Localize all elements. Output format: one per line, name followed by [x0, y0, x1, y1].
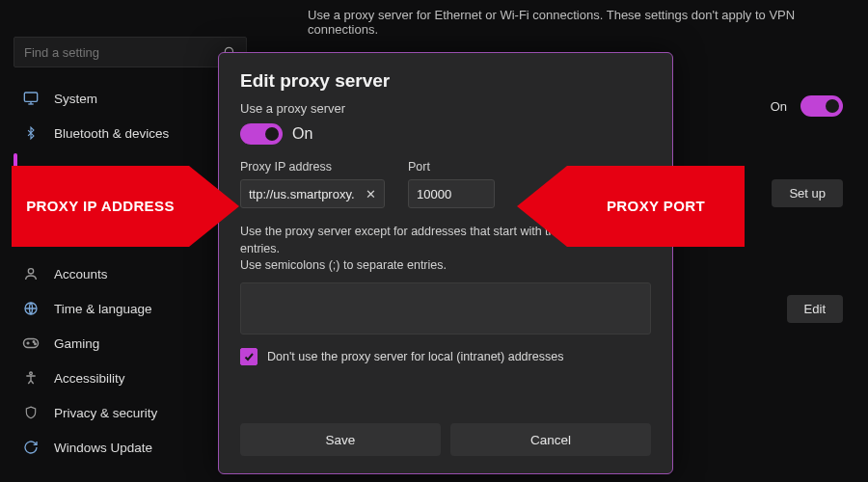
- arrow-right-icon: [189, 166, 239, 247]
- on-label: On: [771, 99, 787, 114]
- cancel-button[interactable]: Cancel: [450, 423, 651, 456]
- sidebar-item-time-language[interactable]: Time & language: [14, 291, 247, 326]
- svg-rect-2: [24, 93, 37, 101]
- arrow-left-icon: [517, 166, 567, 247]
- system-icon: [21, 89, 41, 108]
- save-button[interactable]: Save: [240, 423, 441, 456]
- auto-proxy-row: On: [665, 77, 858, 135]
- exceptions-textarea[interactable]: [240, 282, 651, 335]
- annotation-proxy-port: PROXY PORT: [517, 166, 745, 247]
- edit-row: Edit: [665, 280, 858, 337]
- sidebar-item-privacy[interactable]: Privacy & security: [14, 395, 247, 430]
- sidebar-item-label: Accounts: [54, 267, 108, 281]
- setup-button[interactable]: Set up: [772, 179, 843, 207]
- svg-point-12: [30, 372, 33, 375]
- auto-proxy-toggle[interactable]: [800, 95, 843, 117]
- clear-icon[interactable]: ✕: [366, 187, 376, 201]
- dialog-title: Edit proxy server: [240, 70, 651, 92]
- page-description: Use a proxy server for Ethernet or Wi-Fi…: [308, 8, 829, 37]
- svg-point-10: [33, 341, 35, 343]
- sidebar-item-label: Accessibility: [54, 371, 125, 386]
- time-language-icon: [21, 299, 41, 318]
- sidebar-item-accounts[interactable]: Accounts: [14, 256, 247, 291]
- sidebar-item-label: System: [54, 92, 97, 106]
- sidebar-item-label: Bluetooth & devices: [54, 126, 169, 141]
- svg-point-5: [28, 269, 33, 274]
- edit-button[interactable]: Edit: [787, 295, 843, 323]
- ip-input-wrap[interactable]: ✕: [240, 179, 385, 208]
- sidebar-item-accessibility[interactable]: Accessibility: [14, 361, 247, 395]
- port-input-wrap[interactable]: [408, 179, 495, 208]
- accessibility-icon: [21, 368, 41, 388]
- sidebar-item-label: Windows Update: [54, 441, 152, 455]
- local-intranet-checkbox[interactable]: [240, 348, 258, 365]
- annotation-label: PROXY PORT: [567, 166, 745, 247]
- gaming-icon: [21, 334, 41, 353]
- sidebar-item-gaming[interactable]: Gaming: [14, 326, 247, 361]
- sidebar-item-label: Gaming: [54, 336, 99, 351]
- bluetooth-icon: [21, 123, 41, 143]
- ip-field-label: Proxy IP address: [240, 160, 385, 174]
- search-input[interactable]: [24, 45, 223, 60]
- windows-update-icon: [21, 438, 41, 457]
- edit-proxy-dialog: Edit proxy server Use a proxy server On …: [218, 52, 673, 474]
- shield-icon: [21, 403, 41, 422]
- sidebar-item-label: Time & language: [54, 302, 152, 316]
- sidebar-item-system[interactable]: System: [14, 81, 247, 116]
- port-field-label: Port: [408, 160, 495, 174]
- proxy-ip-input[interactable]: [249, 187, 360, 201]
- annotation-label: PROXY IP ADDRESS: [12, 166, 189, 247]
- use-proxy-label: Use a proxy server: [240, 101, 651, 116]
- toggle-state-label: On: [292, 125, 312, 143]
- accounts-icon: [21, 264, 41, 283]
- sidebar-item-windows-update[interactable]: Windows Update: [14, 430, 247, 465]
- checkbox-label: Don't use the proxy server for local (in…: [267, 350, 563, 363]
- svg-point-11: [35, 343, 37, 345]
- use-proxy-toggle[interactable]: [240, 123, 283, 145]
- annotation-proxy-ip: PROXY IP ADDRESS: [12, 166, 239, 247]
- settings-sidebar: System Bluetooth & devices Accounts Time…: [14, 81, 247, 465]
- proxy-port-input[interactable]: [417, 187, 486, 201]
- sidebar-item-bluetooth[interactable]: Bluetooth & devices: [14, 116, 247, 150]
- search-box[interactable]: [14, 37, 247, 67]
- sidebar-item-label: Privacy & security: [54, 406, 157, 420]
